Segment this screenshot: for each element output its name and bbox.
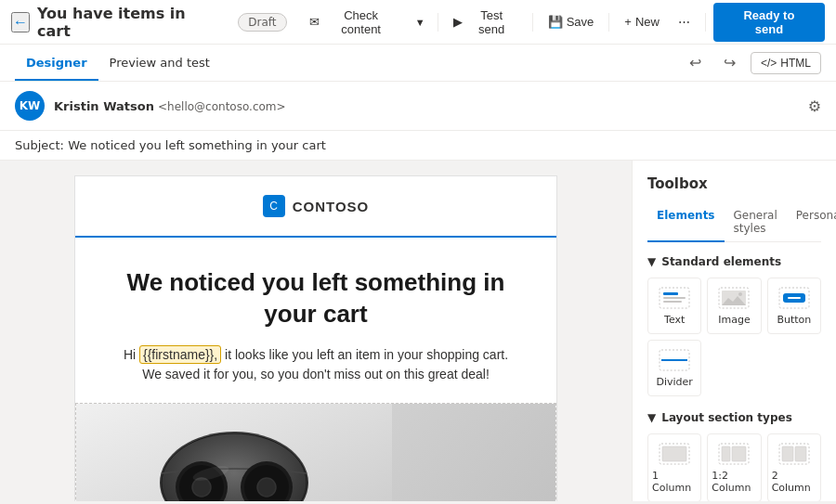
sender-name: Kristin Watson: [54, 99, 154, 113]
layout-section-label: Layout section types: [661, 411, 792, 424]
image-icon: [717, 286, 751, 310]
layout-section-chevron: ▼: [647, 411, 656, 424]
undo-button[interactable]: ↩: [682, 50, 709, 75]
product-svg: [76, 404, 392, 501]
sender-info: Kristin Watson <hello@contoso.com>: [54, 99, 799, 113]
svg-rect-31: [795, 446, 806, 461]
firstname-placeholder: {{firstname}},: [139, 345, 221, 364]
draft-badge: Draft: [238, 13, 286, 32]
canvas-area: C CONTOSO We noticed you left something …: [0, 161, 632, 501]
html-label: HTML: [780, 57, 811, 70]
save-button[interactable]: 💾 Save: [541, 10, 602, 33]
hero-body-prefix: Hi: [124, 347, 139, 362]
svg-rect-14: [663, 301, 682, 303]
svg-rect-25: [662, 446, 686, 461]
main-layout: C CONTOSO We noticed you left something …: [0, 161, 836, 501]
settings-icon[interactable]: ⚙: [808, 97, 821, 115]
element-text-label: Text: [664, 314, 685, 326]
email-header: C CONTOSO: [75, 176, 556, 238]
divider-3: [608, 13, 609, 32]
element-divider-label: Divider: [656, 376, 692, 388]
logo-icon: C: [263, 195, 285, 217]
html-button[interactable]: </> HTML: [751, 52, 821, 74]
svg-point-8: [257, 478, 276, 497]
top-bar-actions: ✉ Check content ▼ ▶ Test send 💾 Save + N…: [302, 3, 825, 42]
one-two-col-icon: [717, 442, 751, 466]
save-icon: 💾: [548, 15, 563, 29]
element-image-label: Image: [718, 314, 750, 326]
svg-rect-13: [663, 297, 686, 299]
text-icon: [658, 286, 691, 310]
layout-12col[interactable]: 1:2 Column: [707, 433, 761, 501]
svg-point-5: [192, 478, 211, 497]
toolbox: Toolbox Elements General styles Personal…: [632, 161, 836, 501]
code-icon: </>: [761, 57, 777, 70]
logo-text: CONTOSO: [293, 199, 370, 214]
toolbox-tab-personalize[interactable]: Personalize: [787, 203, 836, 242]
logo-area: C CONTOSO: [94, 195, 538, 217]
layout-2col[interactable]: 2 Column: [767, 433, 821, 501]
standard-elements-header[interactable]: ▼ Standard elements: [647, 255, 821, 268]
divider-4: [705, 13, 706, 32]
layout-section-header[interactable]: ▼ Layout section types: [647, 411, 821, 424]
check-content-icon: ✉: [309, 15, 320, 29]
layout-12col-label: 1:2 Column: [712, 470, 756, 494]
new-label: New: [635, 15, 660, 29]
sender-email: <hello@contoso.com>: [158, 100, 286, 113]
hero-title: We noticed you left something in your ca…: [112, 267, 519, 330]
new-button[interactable]: + New: [617, 10, 667, 33]
layout-1col[interactable]: 1 Column: [647, 433, 701, 501]
svg-rect-27: [722, 446, 730, 461]
check-content-label: Check content: [323, 8, 399, 36]
test-send-button[interactable]: ▶ Test send: [446, 4, 525, 41]
standard-elements-chevron: ▼: [647, 255, 656, 268]
svg-rect-12: [663, 292, 678, 295]
layout-2col-label: 2 Column: [772, 470, 816, 494]
toolbox-title: Toolbox: [647, 175, 821, 192]
svg-rect-28: [732, 446, 746, 461]
redo-button[interactable]: ↪: [716, 50, 743, 75]
divider-icon: [658, 348, 691, 372]
toolbox-tabs: Elements General styles Personalize: [647, 203, 821, 242]
toolbox-tab-elements[interactable]: Elements: [647, 203, 725, 242]
layout-1col-label: 1 Column: [652, 470, 697, 494]
hero-body: Hi {{firstname}}, it looks like you left…: [112, 345, 519, 384]
svg-rect-21: [788, 297, 801, 299]
email-canvas: C CONTOSO We noticed you left something …: [74, 175, 557, 501]
layout-grid: 1 Column 1:2 Column: [647, 433, 821, 501]
more-button[interactable]: ⋯: [671, 10, 698, 33]
test-send-label: Test send: [466, 8, 517, 36]
button-icon: [777, 286, 811, 310]
element-button[interactable]: Button: [767, 278, 821, 334]
divider-1: [438, 13, 438, 32]
svg-point-18: [738, 292, 742, 296]
subject-label: Subject:: [15, 138, 64, 152]
more-icon: ⋯: [678, 15, 690, 29]
element-grid: Text Image: [647, 278, 821, 396]
element-button-label: Button: [777, 314, 811, 326]
check-content-button[interactable]: ✉ Check content: [302, 4, 407, 41]
check-content-chevron[interactable]: ▼: [411, 13, 430, 32]
email-image-section[interactable]: [75, 403, 556, 501]
ready-to-send-button[interactable]: Ready to send: [713, 3, 825, 42]
standard-elements-label: Standard elements: [661, 255, 781, 268]
email-hero[interactable]: We noticed you left something in your ca…: [75, 238, 556, 403]
svg-rect-30: [782, 446, 793, 461]
element-divider[interactable]: Divider: [647, 340, 701, 396]
plus-icon: +: [624, 15, 632, 29]
tab-designer[interactable]: Designer: [15, 46, 98, 81]
test-send-icon: ▶: [453, 15, 463, 29]
email-meta: KW Kristin Watson <hello@contoso.com> ⚙: [0, 82, 836, 131]
element-text[interactable]: Text: [647, 278, 701, 334]
back-button[interactable]: ←: [11, 12, 30, 32]
one-col-icon: [658, 442, 691, 466]
email-subject: Subject: We noticed you left something i…: [0, 131, 836, 161]
top-bar: ← You have items in cart Draft ✉ Check c…: [0, 0, 836, 45]
two-col-icon: [777, 442, 811, 466]
sub-nav: Designer Preview and test ↩ ↪ </> HTML: [0, 45, 836, 82]
save-label: Save: [567, 15, 594, 29]
element-image[interactable]: Image: [707, 278, 761, 334]
toolbox-tab-general[interactable]: General styles: [725, 203, 787, 242]
product-image: [76, 404, 555, 501]
tab-preview-test[interactable]: Preview and test: [98, 46, 221, 81]
